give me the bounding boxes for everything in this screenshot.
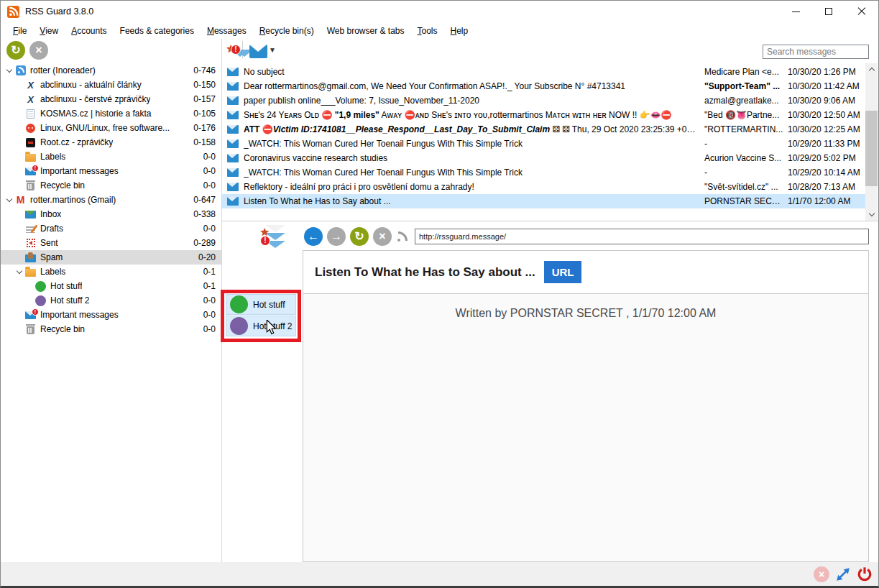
message-rows: No subjectMedicare Plan <e...10/30/20 1:…: [222, 65, 865, 208]
message-row[interactable]: Sʜᴇ's 24 Yᴇᴀʀs Oʟᴅ ⛔ "1,9 miles" Aᴡᴀʏ ⛔ᴀ…: [222, 108, 865, 122]
feed-item-recycle-bin[interactable]: Recycle bin0-0: [1, 322, 221, 336]
power-quit-icon[interactable]: [857, 566, 873, 582]
message-row[interactable]: Dear rottermartinos@gmail.com, We Need Y…: [222, 79, 865, 93]
back-button[interactable]: ←: [304, 227, 323, 246]
message-row[interactable]: Coronavirus vaccine research studiesAcur…: [222, 151, 865, 165]
menu-messages[interactable]: Messages: [201, 24, 253, 38]
update-feeds-button[interactable]: ↻: [6, 41, 25, 60]
message-subject: Sʜᴇ's 24 Yᴇᴀʀs Oʟᴅ ⛔ "1,9 miles" Aᴡᴀʏ ⛔ᴀ…: [244, 110, 704, 120]
feed-item-hot-stuff-2[interactable]: Hot stuff 20-0: [1, 293, 221, 308]
reload-button[interactable]: ↻: [350, 227, 369, 246]
message-author: azmal@greatlake...: [704, 96, 785, 106]
menu-accounts[interactable]: Accounts: [65, 24, 113, 38]
folder-icon: [24, 266, 37, 277]
url-field[interactable]: [415, 229, 869, 244]
chevron-down-icon[interactable]: [16, 267, 22, 273]
feed-item-abclinuxu-erstv-zpr-vi-ky[interactable]: Xabclinuxu - čerstvé zprávičky0-157: [1, 92, 221, 106]
feed-label: rotter (Inoreader): [30, 65, 96, 75]
message-byline: Written by PORNSTAR SECRET , 1/1/70 12:0…: [456, 307, 717, 319]
chevron-down-icon[interactable]: [6, 66, 11, 72]
feed-count: 0-0: [203, 180, 221, 190]
feed-item-rotter-inoreader[interactable]: rotter (Inoreader)0-746: [1, 63, 221, 78]
message-row[interactable]: No subjectMedicare Plan <e...10/30/20 1:…: [222, 65, 865, 79]
stop-update-button[interactable]: ×: [29, 41, 48, 60]
feed-count: 0-0: [203, 166, 221, 176]
minimize-button[interactable]: [779, 1, 812, 22]
unread-envelope-icon: [222, 197, 244, 206]
message-row[interactable]: ATT ⛔Victim ID:1741081__Please_Respond__…: [222, 122, 865, 137]
message-actions-strip: ★!: [244, 225, 287, 241]
chevron-down-icon[interactable]: [6, 196, 11, 201]
feed-item-labels[interactable]: Labels0-0: [1, 150, 221, 164]
feed-item-abclinuxu-aktu-ln-l-nky[interactable]: Xabclinuxu - aktuální články0-150: [1, 78, 221, 92]
feed-item-sent[interactable]: Sent0-289: [1, 236, 221, 250]
browser-toolbar: ← → ↻ ×: [304, 227, 869, 246]
feed-label: Labels: [40, 267, 65, 277]
message-row[interactable]: _WATCH: This Woman Cured Her Toenail Fun…: [222, 137, 865, 151]
feed-tree: rotter (Inoreader)0-746Xabclinuxu - aktu…: [1, 63, 221, 562]
feed-count: 0-105: [193, 109, 221, 119]
feed-item-inbox[interactable]: Inbox0-338: [1, 207, 221, 221]
label-toggle-hot-stuff-2[interactable]: Hot stuff 2: [226, 316, 296, 336]
feed-count: 0-0: [203, 295, 221, 306]
feed-item-linux-gnu-linux-free-software[interactable]: Linux, GNU/Linux, free software...0-176: [1, 121, 221, 135]
message-row[interactable]: Reflektory - ideální pro práci i pro osv…: [222, 180, 865, 194]
feed-count: 0-157: [193, 94, 221, 104]
menu-web-browser-tabs[interactable]: Web browser & tabs: [321, 24, 411, 38]
menu-bar: FileViewAccountsFeeds & categoriesMessag…: [1, 22, 878, 39]
feed-item-spam[interactable]: Spam0-20: [1, 250, 221, 265]
menu-view[interactable]: View: [33, 24, 65, 38]
feed-item-recycle-bin[interactable]: Recycle bin0-0: [1, 178, 221, 193]
feed-item-root-cz-zpr-vi-ky[interactable]: Root.cz - zprávičky0-158: [1, 135, 221, 150]
feed-count: 0-176: [193, 123, 221, 133]
scrollbar-thumb[interactable]: [865, 111, 878, 186]
message-author: "ROTTERMARTIN...: [704, 124, 785, 134]
circle-green-icon: [34, 280, 47, 292]
feed-item-kosmas-cz-historie-a-fakta[interactable]: KOSMAS.cz | historie a fakta0-105: [1, 106, 221, 121]
feed-item-labels[interactable]: Labels0-1: [1, 265, 221, 279]
message-subject: No subject: [244, 67, 704, 77]
menu-help[interactable]: Help: [444, 24, 475, 38]
message-subject: Listen To What he Has to Say about ...: [244, 196, 704, 206]
message-date: 10/30/20 9:06 AM: [785, 96, 865, 106]
feeds-toolbar-group: ↻×: [6, 41, 52, 60]
message-list-scrollbar[interactable]: [865, 63, 878, 221]
close-button[interactable]: [845, 1, 878, 22]
scroll-up-arrow[interactable]: [865, 63, 878, 75]
message-row[interactable]: Listen To What he Has to Say about ...PO…: [222, 194, 865, 208]
stop-load-button[interactable]: ×: [373, 227, 392, 246]
maximize-button[interactable]: [812, 1, 845, 22]
message-subject: Dear rottermartinos@gmail.com, We Need Y…: [244, 81, 704, 91]
message-row[interactable]: _WATCH: This Woman Cured Her Toenail Fun…: [222, 165, 865, 180]
message-row[interactable]: paper publish online___Volume: 7, Issue_…: [222, 93, 865, 108]
trash-icon: [24, 323, 37, 335]
feed-item-drafts[interactable]: Drafts0-0: [1, 221, 221, 236]
menu-recycle-bin-s[interactable]: Recycle bin(s): [253, 24, 321, 38]
feed-item-rotter-martinos-gmail[interactable]: Mrotter.martinos (Gmail)0-647: [1, 193, 221, 207]
unread-envelope-icon: [222, 125, 244, 134]
feed-item-important-messages[interactable]: !Important messages0-0: [1, 164, 221, 178]
menu-feeds-categories[interactable]: Feeds & categories: [114, 24, 201, 38]
forward-button[interactable]: →: [327, 227, 346, 246]
fullscreen-icon[interactable]: [836, 567, 850, 582]
message-header: Listen To What he Has to Say about ... U…: [303, 251, 868, 294]
feed-count: 0-158: [193, 137, 221, 147]
search-input[interactable]: [763, 45, 869, 59]
drafts-icon: [24, 223, 37, 234]
feed-item-important-messages[interactable]: !Important messages0-0: [1, 308, 221, 322]
chevron-slot: [4, 70, 14, 72]
label-circle-green-icon: [230, 295, 248, 313]
message-subject: paper publish online___Volume: 7, Issue_…: [244, 96, 704, 106]
rss-feed-icon: [396, 230, 410, 243]
feed-count: 0-1: [203, 267, 221, 277]
rss-app-icon: [7, 6, 19, 18]
inoreader-icon: [14, 65, 27, 76]
feed-label: abclinuxu - aktuální články: [40, 80, 142, 90]
menu-tools[interactable]: Tools: [411, 24, 444, 38]
mark-read-dropdown-button[interactable]: ▼: [249, 42, 276, 58]
scroll-down-arrow[interactable]: [865, 208, 878, 221]
label-toggle-hot-stuff[interactable]: Hot stuff: [226, 294, 296, 315]
url-button[interactable]: URL: [544, 261, 582, 283]
feed-item-hot-stuff[interactable]: Hot stuff0-1: [1, 279, 221, 293]
menu-file[interactable]: File: [6, 24, 33, 38]
